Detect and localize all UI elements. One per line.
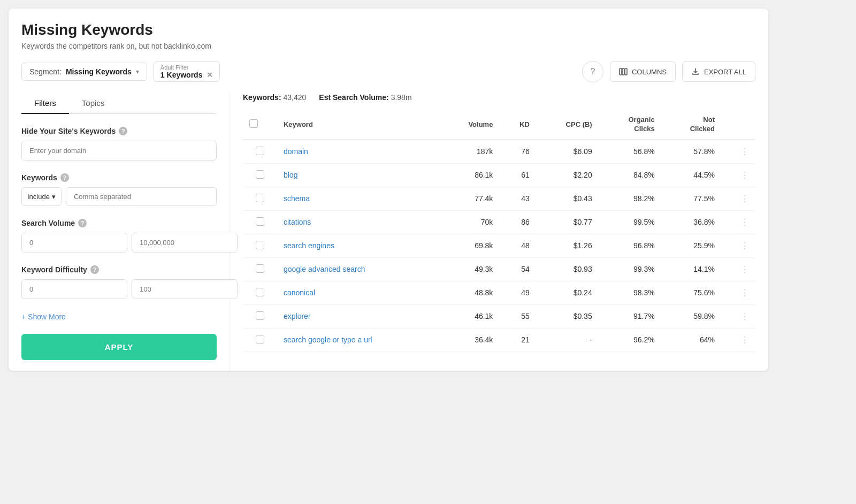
row-select-checkbox[interactable] — [256, 217, 264, 226]
row-volume: 187k — [439, 140, 499, 164]
keyword-link[interactable]: canonical — [284, 288, 315, 297]
keyword-link[interactable]: search google or type a url — [284, 335, 372, 344]
kd-help-icon[interactable]: ? — [90, 265, 99, 274]
row-cpc: - — [536, 328, 599, 352]
close-icon[interactable]: ✕ — [207, 71, 213, 79]
row-keyword: google advanced search — [277, 257, 439, 281]
row-keyword: schema — [277, 187, 439, 210]
row-kd: 49 — [499, 281, 536, 304]
row-not-clicked: 25.9% — [661, 234, 721, 257]
kd-min[interactable] — [21, 279, 127, 299]
row-select-checkbox[interactable] — [256, 264, 264, 273]
show-more-link[interactable]: + Show More — [21, 312, 66, 321]
sidebar: Filters Topics Hide Your Site's Keywords… — [21, 93, 230, 371]
row-select-checkbox[interactable] — [256, 335, 264, 343]
th-cpc[interactable]: CPC (B) — [536, 110, 599, 140]
keyword-link[interactable]: schema — [284, 194, 310, 203]
kd-range — [21, 279, 217, 299]
row-kd: 55 — [499, 304, 536, 328]
tab-filters[interactable]: Filters — [21, 93, 69, 114]
keywords-help-icon[interactable]: ? — [60, 173, 69, 182]
filter-chip-value: 1 Keywords ✕ — [160, 71, 213, 79]
keyword-link[interactable]: google advanced search — [284, 265, 365, 273]
search-volume-min[interactable] — [21, 233, 127, 253]
row-cpc: $0.93 — [536, 257, 599, 281]
row-not-clicked: 64% — [661, 328, 721, 352]
row-checkbox[interactable] — [243, 163, 277, 187]
row-not-clicked: 77.5% — [661, 187, 721, 210]
help-button[interactable]: ? — [582, 61, 603, 82]
row-organic: 91.7% — [599, 304, 661, 328]
row-not-clicked: 36.8% — [661, 210, 721, 234]
row-organic: 98.2% — [599, 187, 661, 210]
keyword-link[interactable]: domain — [284, 147, 308, 156]
row-cpc: $0.35 — [536, 304, 599, 328]
drag-icon: ⋮ — [740, 288, 749, 297]
row-not-clicked: 75.6% — [661, 281, 721, 304]
tab-topics[interactable]: Topics — [69, 93, 118, 114]
table-row: search google or type a url 36.4k 21 - 9… — [243, 328, 755, 352]
row-select-checkbox[interactable] — [256, 194, 264, 202]
row-not-clicked: 57.8% — [661, 140, 721, 164]
export-button[interactable]: EXPORT ALL — [682, 62, 755, 82]
table-row: google advanced search 49.3k 54 $0.93 99… — [243, 257, 755, 281]
row-keyword: search engines — [277, 234, 439, 257]
search-volume-range — [21, 233, 217, 253]
row-checkbox[interactable] — [243, 140, 277, 164]
row-kd: 48 — [499, 234, 536, 257]
filter-section-keyword-difficulty: Keyword Difficulty ? — [21, 265, 217, 299]
th-kd[interactable]: KD — [499, 110, 536, 140]
keyword-input[interactable] — [66, 187, 217, 206]
filter-section-hide-keywords: Hide Your Site's Keywords ? — [21, 127, 217, 161]
search-volume-max[interactable] — [132, 233, 238, 253]
row-checkbox[interactable] — [243, 304, 277, 328]
keyword-link[interactable]: citations — [284, 218, 311, 226]
row-keyword: blog — [277, 163, 439, 187]
row-select-checkbox[interactable] — [256, 147, 264, 155]
apply-button[interactable]: APPLY — [21, 334, 217, 360]
page-subtitle: Keywords the competitors rank on, but no… — [21, 42, 755, 50]
hide-keywords-help-icon[interactable]: ? — [119, 127, 127, 135]
keyword-link[interactable]: search engines — [284, 241, 334, 250]
row-checkbox[interactable] — [243, 328, 277, 352]
row-volume: 69.8k — [439, 234, 499, 257]
row-checkbox[interactable] — [243, 210, 277, 234]
th-organic-clicks[interactable]: Organic Clicks — [599, 110, 661, 140]
row-cpc: $0.24 — [536, 281, 599, 304]
segment-dropdown[interactable]: Segment: Missing Keywords ▾ — [21, 63, 147, 81]
row-keyword: canonical — [277, 281, 439, 304]
row-volume: 86.1k — [439, 163, 499, 187]
row-keyword: search google or type a url — [277, 328, 439, 352]
domain-input[interactable] — [21, 141, 217, 161]
filter-chip-label: Adult Filter — [160, 64, 213, 71]
row-action: ⋮ — [721, 328, 755, 352]
search-volume-help-icon[interactable]: ? — [78, 219, 87, 227]
row-select-checkbox[interactable] — [256, 241, 264, 249]
table-row: canonical 48.8k 49 $0.24 98.3% 75.6% ⋮ — [243, 281, 755, 304]
row-checkbox[interactable] — [243, 281, 277, 304]
kd-max[interactable] — [132, 279, 238, 299]
row-select-checkbox[interactable] — [256, 170, 264, 179]
svg-rect-2 — [625, 68, 627, 75]
row-organic: 96.2% — [599, 328, 661, 352]
th-not-clicked[interactable]: Not Clicked — [661, 110, 721, 140]
keyword-link[interactable]: blog — [284, 171, 297, 179]
row-cpc: $0.43 — [536, 187, 599, 210]
keywords-table-wrap: Keyword Volume KD CPC (B) Organic Clicks — [243, 110, 755, 352]
row-action: ⋮ — [721, 163, 755, 187]
th-volume[interactable]: Volume — [439, 110, 499, 140]
columns-button[interactable]: COLUMNS — [610, 62, 676, 82]
row-checkbox[interactable] — [243, 234, 277, 257]
row-checkbox[interactable] — [243, 187, 277, 210]
row-not-clicked: 14.1% — [661, 257, 721, 281]
select-all-checkbox[interactable] — [249, 119, 258, 128]
row-select-checkbox[interactable] — [256, 288, 264, 296]
content-area: Keywords: 43,420 Est Search Volume: 3.98… — [230, 93, 755, 371]
th-keyword[interactable]: Keyword — [277, 110, 439, 140]
keyword-link[interactable]: explorer — [284, 312, 311, 320]
row-checkbox[interactable] — [243, 257, 277, 281]
include-dropdown[interactable]: Include ▾ — [21, 187, 62, 206]
drag-icon: ⋮ — [740, 171, 749, 180]
row-cpc: $2.20 — [536, 163, 599, 187]
row-select-checkbox[interactable] — [256, 311, 264, 320]
